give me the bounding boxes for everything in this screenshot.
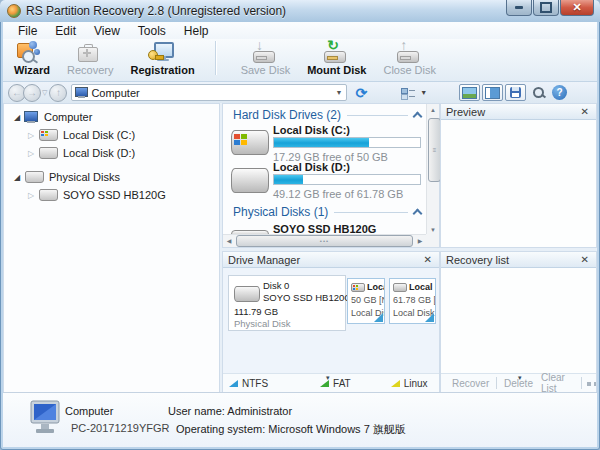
legend-linux: Linux: [391, 378, 428, 389]
drive-caption: 49.12 GB free of 61.78 GB: [273, 188, 403, 200]
mount-disk-button[interactable]: ↻ Mount Disk: [296, 39, 372, 77]
wizard-button[interactable]: Wizard: [3, 39, 56, 77]
clear-list-button[interactable]: Clear List: [537, 372, 578, 394]
vertical-scrollbar[interactable]: ▲ ≡ ▼: [426, 104, 439, 236]
wizard-icon: [16, 41, 42, 63]
minimize-button[interactable]: [506, 0, 532, 16]
panel-title: Preview: [446, 106, 579, 118]
drive-d-icon[interactable]: [231, 168, 269, 193]
preview-header: Preview ✕: [441, 104, 596, 120]
computer-icon: [75, 87, 88, 99]
close-panel-icon[interactable]: ✕: [579, 106, 591, 117]
address-bar: ← → ▽ ↑ Computer ▼ ⟳ ▼ ?: [3, 82, 597, 104]
scroll-up-icon[interactable]: ▲: [427, 104, 439, 116]
close-icon: ✕: [572, 2, 581, 13]
tree-collapsed-icon[interactable]: ▷: [26, 149, 36, 158]
drive-c-icon: [351, 283, 365, 292]
splitter-icon[interactable]: ▾: [326, 375, 330, 381]
legend-fat: FAT: [320, 378, 351, 389]
actions-separator: [581, 377, 582, 389]
horizontal-scrollbar[interactable]: ◀ ••• ▶: [223, 234, 426, 247]
drive-c-icon[interactable]: [231, 130, 269, 155]
preview-pane-toggle[interactable]: [459, 84, 480, 101]
menu-help[interactable]: Help: [175, 23, 218, 39]
search-icon[interactable]: [533, 87, 545, 99]
maximize-icon: [540, 2, 552, 13]
close-panel-icon[interactable]: ✕: [422, 254, 434, 265]
partition-card-d[interactable]: Local D 61.78 GB [ Local Disk: [389, 278, 436, 324]
tree-item-physical-disks[interactable]: ◢ Physical Disks: [4, 168, 227, 186]
up-button[interactable]: ↑: [49, 84, 67, 102]
toolbar: Wizard Recovery Registration ↓ Save Disk…: [3, 39, 597, 82]
folder-tree: ◢ Computer ▷ Local Disk (C:) ▷ Local Dis…: [3, 103, 220, 393]
collapse-section-icon[interactable]: [413, 112, 423, 122]
picture-icon: [462, 87, 477, 99]
title-bar[interactable]: RS Partition Recovery 2.8 (Unregistered …: [0, 0, 600, 22]
recovery-list-body: [441, 268, 596, 374]
tree-item-local-disk-d[interactable]: ▷ Local Disk (D:): [4, 144, 241, 162]
forward-button[interactable]: →: [23, 84, 41, 102]
menu-file[interactable]: File: [9, 23, 46, 39]
back-icon: ←: [12, 87, 22, 98]
ntfs-triangle-icon: [229, 380, 238, 387]
history-dropdown-icon[interactable]: ▽: [42, 89, 47, 97]
scroll-thumb[interactable]: •••: [236, 235, 413, 247]
preview-body: [441, 120, 596, 247]
menu-edit[interactable]: Edit: [46, 23, 85, 39]
section-title: Hard Disk Drives (2): [233, 108, 341, 122]
location-combobox[interactable]: Computer ▼: [71, 84, 347, 101]
close-disk-icon: ↑: [394, 41, 420, 63]
tree-expanded-icon[interactable]: ◢: [12, 113, 22, 122]
drive-icon: [39, 147, 58, 159]
drive-manager-panel: Drive Manager ✕ Disk 0 SOYO SSD HB120G 1…: [222, 251, 440, 393]
close-disk-button[interactable]: ↑ Close Disk: [372, 39, 442, 77]
disk-0-card[interactable]: Disk 0 SOYO SSD HB120G 111.79 GB Physica…: [228, 275, 346, 331]
status-computer-name: PC-20171219YFGR: [71, 422, 169, 434]
status-computer-label: Computer: [65, 405, 113, 417]
tree-item-computer[interactable]: ◢ Computer: [4, 108, 227, 126]
drive-name[interactable]: Local Disk (D:): [273, 161, 350, 173]
menu-tools[interactable]: Tools: [129, 23, 175, 39]
disk-name: Disk 0: [263, 280, 289, 291]
save-list-toggle[interactable]: [505, 84, 526, 101]
save-disk-button[interactable]: ↓ Save Disk: [230, 39, 297, 77]
refresh-icon[interactable]: ⟳: [355, 86, 367, 100]
close-panel-icon[interactable]: ✕: [579, 254, 591, 265]
maximize-button[interactable]: [533, 0, 559, 16]
partition-card-c[interactable]: Local 50 GB [N Local Disk: [347, 278, 385, 324]
tree-expanded-icon[interactable]: ◢: [12, 173, 22, 182]
location-dropdown-icon[interactable]: ▼: [331, 89, 346, 96]
recover-button[interactable]: Recover: [448, 378, 493, 389]
tree-item-local-disk-c[interactable]: ▷ Local Disk (C:): [4, 126, 241, 144]
menu-view[interactable]: View: [85, 23, 129, 39]
help-button[interactable]: ?: [552, 85, 567, 100]
registration-button[interactable]: Registration: [119, 39, 200, 77]
partition-label: Local: [367, 281, 385, 294]
close-button[interactable]: ✕: [560, 0, 594, 16]
scroll-left-icon[interactable]: ◀: [223, 235, 235, 247]
panel-icon: [485, 87, 500, 99]
drive-icon: [39, 189, 58, 201]
drive-name[interactable]: Local Disk (C:): [273, 124, 350, 136]
collapse-section-icon[interactable]: [413, 209, 423, 219]
save-disk-icon: ↓: [250, 41, 276, 63]
panel-layout-toggle[interactable]: [482, 84, 503, 101]
tree-collapsed-icon[interactable]: ▷: [26, 131, 36, 140]
computer-status-icon: [29, 400, 63, 438]
view-options-dropdown-icon[interactable]: ▼: [420, 89, 427, 96]
legend-ntfs: NTFS: [229, 378, 268, 389]
disk-icon: [234, 286, 260, 302]
scroll-right-icon[interactable]: ▶: [414, 235, 426, 247]
splitter-icon[interactable]: ▾: [518, 375, 522, 381]
recovery-list-header: Recovery list ✕: [441, 252, 596, 268]
preview-panel: Preview ✕: [440, 103, 597, 248]
recovery-actions-bar: ▾ Recover Delete Clear List: [441, 373, 596, 392]
forward-icon: →: [27, 87, 37, 98]
list-view-icon[interactable]: [587, 378, 596, 388]
tree-item-soyo-ssd[interactable]: ▷ SOYO SSD HB120G: [4, 186, 241, 204]
tree-collapsed-icon[interactable]: ▷: [26, 191, 36, 200]
view-options-button[interactable]: ▼: [401, 87, 427, 99]
disk-model: SOYO SSD HB120G: [263, 292, 352, 303]
drive-manager-header: Drive Manager ✕: [223, 252, 439, 268]
recovery-button[interactable]: Recovery: [56, 39, 119, 77]
